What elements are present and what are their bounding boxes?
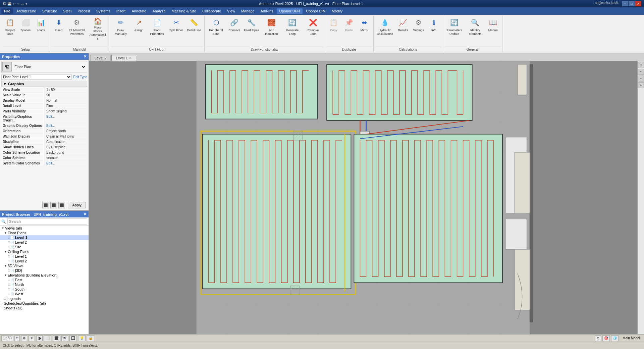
tab-level-2[interactable]: Level 2	[90, 55, 111, 61]
close-button[interactable]: ✕	[635, 1, 641, 6]
graphics-section[interactable]: ▼ Graphics	[1, 81, 87, 87]
canvas-viewport[interactable]: ▽	[89, 61, 637, 334]
quick-access-undo[interactable]: ↩	[13, 2, 15, 6]
quick-access-save[interactable]: 💾	[7, 2, 11, 6]
tree-item[interactable]: + Sheets (all)	[0, 306, 89, 310]
search-input[interactable]	[7, 218, 87, 225]
assign-button[interactable]: ↗ Assign	[131, 16, 146, 39]
feed-pipes-button[interactable]: 🔧 Feed Pipes	[242, 16, 261, 39]
filter-icon-btn[interactable]: ⬛	[50, 202, 57, 208]
tree-item[interactable]: ▼ Views (all)	[0, 226, 89, 231]
settings-button[interactable]: ⚙ Settings	[411, 16, 426, 39]
quick-access-print[interactable]: 🖨	[21, 2, 24, 6]
tree-item[interactable]: ▼ Ceiling Plans	[0, 249, 89, 254]
tree-item[interactable]: □ 📄 Level 2	[0, 259, 89, 263]
floor-properties-button[interactable]: 📄 Floor Properties	[147, 16, 167, 39]
worksharing-btn[interactable]: 🔒	[87, 335, 94, 341]
mirror-button[interactable]: ⬌ Mirror	[357, 16, 372, 39]
menu-architecture[interactable]: Architecture	[14, 8, 39, 14]
menu-view[interactable]: View	[224, 8, 238, 14]
menu-steel[interactable]: Steel	[60, 8, 74, 14]
tree-item[interactable]: ▼ Floor Plans	[0, 231, 89, 235]
menu-uponor-ufh[interactable]: Uponor UFH	[277, 8, 303, 14]
tree-item[interactable]: + Schedules/Quantities (all)	[0, 301, 89, 306]
view-scale-btn[interactable]: 1 : 50	[1, 335, 13, 341]
project-data-button[interactable]: 📋 ProjectData	[3, 16, 17, 39]
zoom-extents-btn[interactable]: ⊡	[638, 62, 644, 68]
tree-item[interactable]: □ 📄 East	[0, 278, 89, 282]
render-btn[interactable]: ⬜	[44, 335, 51, 341]
menu-structure[interactable]: Structure	[40, 8, 60, 14]
generate-loop-button[interactable]: 🔄 Generate Loop	[282, 16, 303, 39]
tree-item[interactable]: □ 📄 Level 1	[0, 235, 89, 240]
apply-button[interactable]: Apply	[68, 202, 86, 208]
tree-item[interactable]: □ Legends	[0, 296, 89, 301]
menu-insert[interactable]: Insert	[114, 8, 128, 14]
menu-uponor-bim[interactable]: Uponor BIM	[303, 8, 328, 14]
loads-button[interactable]: 📊 Loads	[34, 16, 48, 39]
peripheral-zone-button[interactable]: ⬡ Peripheral Zone	[206, 16, 226, 39]
properties-close-icon[interactable]: ✕	[84, 54, 87, 59]
view-cube-btn[interactable]: 🧊	[611, 335, 619, 341]
menu-analyze[interactable]: Analyze	[150, 8, 168, 14]
tree-item[interactable]: □ 📄 {3D}	[0, 268, 89, 273]
expand-icon-btn[interactable]: ⬛	[58, 202, 65, 208]
menu-file[interactable]: File	[1, 8, 13, 14]
menu-massing[interactable]: Massing & Site	[169, 8, 199, 14]
sort-icon-btn[interactable]: ⬛	[42, 202, 49, 208]
copy-button[interactable]: 📋 Copy	[326, 16, 341, 39]
tree-item[interactable]: □ 📄 Level 2	[0, 240, 89, 245]
pan-btn[interactable]: ✛	[638, 82, 644, 88]
type-dropdown[interactable]: Floor Plan	[13, 64, 86, 69]
menu-addins[interactable]: Add-Ins	[258, 8, 276, 14]
tree-item[interactable]: □ 📄 North	[0, 282, 89, 287]
reveal-hidden-btn[interactable]: 💡	[78, 335, 86, 341]
place-floors-button[interactable]: 🏠 Place Floors Automatically	[88, 16, 108, 39]
hydraulic-calc-button[interactable]: 💧 Hydraulic Calculations	[375, 16, 395, 39]
menu-annotate[interactable]: Annotate	[129, 8, 149, 14]
tab-level-1-close[interactable]: ✕	[129, 56, 132, 60]
results-button[interactable]: 📈 Results	[396, 16, 411, 39]
minimize-button[interactable]: −	[622, 1, 628, 6]
tab-level-1[interactable]: Level 1 ✕	[111, 55, 136, 61]
draw-manually-button[interactable]: ✏ Draw Manually	[111, 16, 131, 39]
identify-elements-button[interactable]: 🔍 Identify Elements	[465, 16, 485, 39]
paste-button[interactable]: 📌 Paste	[342, 16, 357, 39]
add-insulation-button[interactable]: 🧱 Add Insulation	[262, 16, 282, 39]
browser-close-icon[interactable]: ✕	[84, 212, 87, 216]
remove-loop-button[interactable]: ❌ Remove Loop	[303, 16, 323, 39]
steering-wheel-btn[interactable]: 🎯	[602, 335, 610, 341]
menu-systems[interactable]: Systems	[94, 8, 113, 14]
insert-button[interactable]: ⬇ Insert	[51, 16, 66, 39]
prop-row-value[interactable]: Edit...	[45, 161, 87, 166]
nav-wheel-btn[interactable]: ⊙	[595, 335, 601, 341]
edit-type-link[interactable]: Edit Type	[73, 75, 87, 79]
tree-item[interactable]: ▼ 3D Views	[0, 263, 89, 268]
temp-hide-btn[interactable]: 🔲	[69, 335, 77, 341]
menu-manage[interactable]: Manage	[238, 8, 257, 14]
quick-access-redo[interactable]: ↪	[17, 2, 19, 6]
sun-path-btn[interactable]: ☀	[29, 335, 35, 341]
zoom-out-btn[interactable]: −	[638, 76, 644, 82]
menu-precast[interactable]: Precast	[75, 8, 93, 14]
manifold-properties-button[interactable]: ⚙ 22 Manifold Properties	[67, 16, 87, 39]
maximize-button[interactable]: □	[629, 1, 635, 6]
browser-tree[interactable]: ▼ Views (all)▼ Floor Plans□ 📄 Level 1□ 📄…	[0, 226, 89, 334]
detail-level-btn[interactable]: □	[14, 335, 20, 341]
menu-collaborate[interactable]: Collaborate	[200, 8, 224, 14]
detail-line-button[interactable]: 📏 Detail Line	[185, 16, 203, 39]
shadow-btn[interactable]: ◑	[36, 335, 43, 341]
hide-elements-btn[interactable]: 👁	[61, 335, 68, 341]
split-floor-button[interactable]: ✂ Split Floor	[168, 16, 185, 39]
floor-plan-select[interactable]: Floor Plan: Level 1	[1, 74, 72, 80]
spaces-button[interactable]: ⬜ Spaces	[18, 16, 33, 39]
info-button[interactable]: ℹ Info	[427, 16, 441, 39]
connect-button[interactable]: 🔗 Connect	[227, 16, 241, 39]
tree-item[interactable]: □ 📄 West	[0, 292, 89, 296]
crop-view-btn[interactable]: ⬛	[53, 335, 60, 341]
tree-item[interactable]: □ 📄 Level 1	[0, 254, 89, 259]
visual-style-btn[interactable]: ⊕	[21, 335, 27, 341]
tree-item[interactable]: ▼ Elevations (Building Elevation)	[0, 273, 89, 278]
zoom-in-btn[interactable]: +	[638, 69, 644, 75]
prop-row-value[interactable]: Edit...	[45, 123, 87, 128]
